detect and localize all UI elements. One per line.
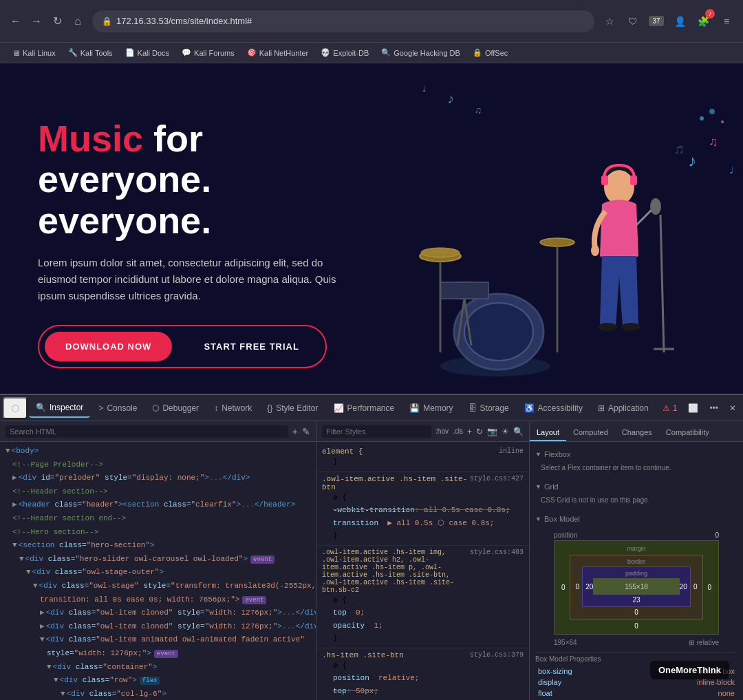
css-line: }	[322, 529, 524, 542]
devtools-end-icons: ⚠ 1 ⬜ ••• ✕	[658, 401, 740, 416]
screenshot-btn[interactable]: 📷	[487, 427, 497, 436]
svg-point-18	[650, 198, 661, 215]
url-input[interactable]	[116, 16, 585, 26]
tab-layout[interactable]: Layout	[530, 425, 566, 441]
bookmark-exploit-db[interactable]: 💀 Exploit-DB	[315, 47, 374, 59]
tab-console[interactable]: > Console	[91, 399, 144, 417]
flexbox-section: Flexbox Select a Flex container or item …	[535, 447, 737, 474]
shield-button[interactable]: 🛡	[623, 12, 643, 31]
padding-area: padding 20 155×18 20	[582, 566, 691, 607]
css-prop-line: top: 50px;	[322, 685, 524, 698]
size-info: 195×64 ⊞ relative	[554, 639, 719, 646]
tab-accessibility[interactable]: ♿ Accessibility	[517, 399, 590, 417]
responsive-btn[interactable]: ⬜	[684, 401, 702, 416]
classes-btn[interactable]: .cls	[453, 427, 463, 435]
search-html-input[interactable]	[6, 425, 288, 438]
devtools-picker-btn[interactable]: ⬡	[3, 397, 28, 419]
box-model-tabs: Layout Computed Changes Compatibility	[530, 421, 743, 442]
margin-row: 0 border 0 padding	[557, 555, 715, 619]
padding-left: 20	[585, 583, 593, 591]
html-line: ▼<section class="hero-section">	[0, 539, 316, 553]
start-free-trial-button[interactable]: START FREE TRIAL	[183, 332, 320, 361]
bookmark-kali-nethunter[interactable]: 🎯 Kali NetHunter	[241, 47, 314, 59]
grid-title[interactable]: Grid	[535, 480, 737, 494]
tab-compatibility[interactable]: Compatibility	[659, 425, 716, 441]
tabs-button[interactable]: 37	[647, 12, 666, 31]
edit-node-btn[interactable]: ✎	[302, 426, 310, 437]
bookmark-offsec[interactable]: 🔒 OffSec	[467, 47, 513, 59]
tab-storage[interactable]: 🗄 Storage	[462, 399, 516, 417]
bookmark-button[interactable]: ☆	[600, 12, 619, 31]
css-prop-line: top: 0;	[322, 606, 524, 619]
prop-name: box-sizing	[538, 667, 572, 675]
prop-name: float	[538, 689, 552, 697]
tab-inspector[interactable]: 🔍 Inspector	[29, 399, 90, 418]
box-model-panel: Layout Computed Changes Compatibility Fl…	[530, 421, 743, 700]
position-type: relative	[697, 639, 719, 646]
inspect-btn[interactable]: 🔍	[513, 427, 524, 436]
tab-memory[interactable]: 💾 Memory	[402, 399, 460, 417]
svg-point-48	[700, 116, 704, 120]
prop-val: none	[718, 689, 735, 697]
pseudo-classes-btn[interactable]: :hov	[435, 427, 449, 435]
tab-debugger[interactable]: ⬡ Debugger	[145, 399, 206, 417]
forward-button[interactable]: →	[28, 12, 45, 30]
css-source-inline: inline	[499, 447, 524, 456]
more-tools-btn[interactable]: •••	[705, 401, 722, 416]
tab-network[interactable]: ↕ Network	[207, 399, 259, 417]
tab-performance[interactable]: 📈 Performance	[327, 399, 402, 417]
bookmark-kali-tools[interactable]: 🔧 Kali Tools	[63, 47, 118, 59]
border-area: border 0 padding 20	[570, 555, 704, 619]
tab-application[interactable]: ⊞ Application	[591, 399, 656, 417]
home-button[interactable]: ⌂	[69, 12, 87, 30]
html-line: <!--Header section end-->	[0, 512, 316, 526]
border-label: border	[573, 558, 700, 565]
tab-changes[interactable]: Changes	[615, 425, 659, 441]
download-now-button[interactable]: DOWNLOAD NOW	[45, 332, 172, 361]
svg-rect-14	[630, 176, 637, 185]
prop-name: display	[538, 678, 561, 686]
bookmark-google-hacking[interactable]: 🔍 Google Hacking DB	[376, 47, 466, 59]
svg-text:♩: ♩	[729, 165, 734, 176]
filter-styles-input[interactable]	[322, 425, 431, 438]
padding-row: 20 155×18 20	[585, 578, 687, 595]
reload-button[interactable]: ↻	[48, 12, 66, 30]
padding-label: padding	[585, 570, 687, 577]
position-indicator-icon: ⊞	[689, 639, 694, 646]
menu-button[interactable]: ≡	[717, 12, 736, 31]
close-devtools-btn[interactable]: ✕	[725, 401, 740, 416]
light-dark-btn[interactable]: ☀	[502, 427, 509, 436]
css-selector: element {	[322, 447, 363, 456]
svg-point-2	[464, 303, 533, 361]
html-line: ▶<header class="header"><section class="…	[0, 498, 316, 512]
application-icon: ⊞	[598, 403, 605, 413]
refresh-btn[interactable]: ↻	[476, 427, 483, 436]
css-rules-content: element { inline } .owl-item.active .hs-…	[316, 442, 529, 700]
tab-computed[interactable]: Computed	[566, 425, 615, 441]
bookmark-offsec-label: OffSec	[485, 49, 508, 57]
debugger-icon: ⬡	[152, 403, 159, 413]
devtools-content-area: + ✎ ▼<body> <!--Page Preloder--> ▶<div i…	[0, 421, 743, 700]
css-panel-toolbar: :hov .cls + ↻ 📷 ☀ 🔍	[316, 421, 529, 442]
css-line: ⚙ {	[322, 491, 524, 505]
tab-style-editor[interactable]: {} Style Editor	[260, 399, 325, 417]
border-bottom: 0	[573, 608, 700, 616]
bookmark-kali-linux[interactable]: 🖥 Kali Linux	[7, 47, 61, 59]
back-button[interactable]: ←	[7, 12, 25, 30]
address-bar[interactable]: 🔒	[92, 10, 594, 32]
flexbox-title[interactable]: Flexbox	[535, 447, 737, 461]
html-line: ▼<div class="owl-item animated owl-anima…	[0, 633, 316, 647]
add-node-btn[interactable]: +	[292, 426, 298, 437]
html-line: <!--Page Preloder-->	[0, 458, 316, 472]
bookmark-kali-nethunter-label: Kali NetHunter	[259, 49, 309, 57]
box-model-title[interactable]: Box Model	[535, 512, 737, 526]
profile-button[interactable]: 👤	[670, 12, 689, 31]
watermark: OneMoreThink	[650, 661, 729, 679]
plus-btn[interactable]: +	[467, 427, 472, 436]
kali-forums-icon: 💬	[182, 48, 191, 57]
bookmark-kali-forums[interactable]: 💬 Kali Forums	[176, 47, 240, 59]
html-line: <!--Hero section-->	[0, 526, 316, 540]
bookmark-google-hacking-label: Google Hacking DB	[394, 49, 460, 57]
border-row: 0 padding 20 155×18	[573, 566, 700, 607]
bookmark-kali-docs[interactable]: 📄 Kali Docs	[120, 47, 175, 59]
